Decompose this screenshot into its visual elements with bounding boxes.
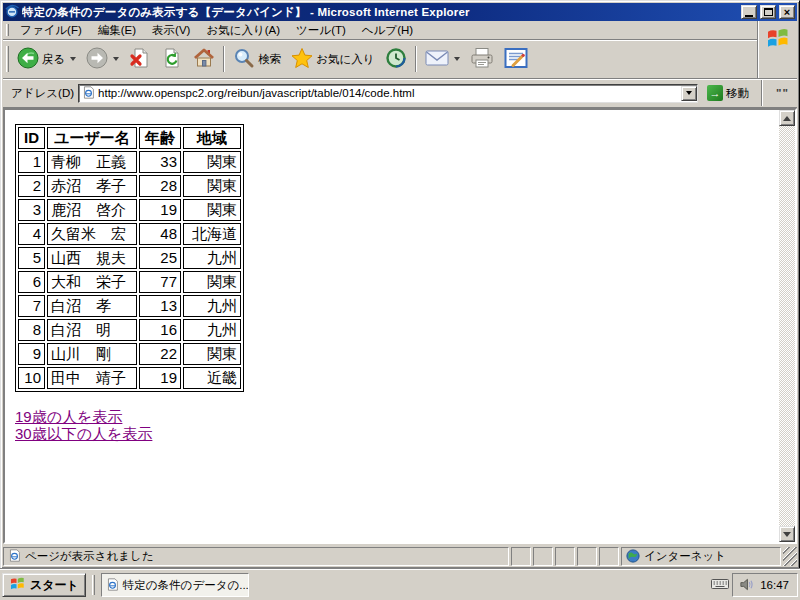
table-cell: 2 — [18, 175, 45, 197]
back-button[interactable]: 戻る — [12, 43, 81, 75]
address-field — [78, 84, 698, 103]
table-header-cell: 地域 — [183, 127, 241, 149]
menu-item-tools[interactable]: ツール(T) — [288, 21, 354, 40]
data-table: IDユーザー名年齢地域 1青柳 正義33関東2赤沼 孝子28関東3鹿沼 啓介19… — [15, 124, 244, 392]
windows-flag-icon — [765, 25, 791, 53]
table-cell: 7 — [18, 295, 45, 317]
menu-item-help[interactable]: ヘルプ(H) — [354, 21, 421, 40]
close-button[interactable]: × — [779, 5, 795, 19]
table-cell: 関東 — [183, 343, 241, 365]
speaker-icon[interactable] — [739, 577, 754, 594]
taskbar-clock: 16:47 — [760, 579, 789, 591]
vertical-scrollbar[interactable] — [779, 110, 795, 542]
table-row: 8白沼 明16九州 — [18, 319, 241, 341]
back-dropdown-icon — [70, 57, 76, 61]
status-page-icon — [8, 549, 21, 564]
table-row: 9山川 剛22関東 — [18, 343, 241, 365]
minimize-button[interactable] — [741, 5, 757, 19]
table-cell: 4 — [18, 223, 45, 245]
search-button[interactable]: 検索 — [228, 43, 286, 75]
filter-links: 19歳の人を表示30歳以下の人を表示 — [15, 408, 779, 442]
link-show-age-19[interactable]: 19歳の人を表示 — [15, 408, 122, 425]
table-cell: 9 — [18, 343, 45, 365]
taskbar-gripper[interactable] — [92, 575, 95, 595]
edit-button[interactable] — [499, 43, 533, 75]
forward-icon — [86, 47, 108, 71]
ime-keyboard-icon[interactable] — [711, 577, 729, 593]
ie-window: 特定の条件のデータのみ表示する【データバインド】 - Microsoft Int… — [0, 0, 800, 569]
refresh-button[interactable] — [156, 43, 188, 75]
refresh-icon — [161, 47, 183, 71]
table-header-cell: ID — [18, 127, 45, 149]
menubar-gripper[interactable] — [6, 24, 9, 37]
link-show-age-under-30[interactable]: 30歳以下の人を表示 — [15, 425, 152, 442]
status-mini-pane-1 — [511, 547, 531, 566]
table-header-cell: 年齢 — [139, 127, 181, 149]
address-input[interactable] — [98, 86, 678, 101]
back-label: 戻る — [42, 52, 65, 67]
table-header-cell: ユーザー名 — [47, 127, 137, 149]
table-header-row: IDユーザー名年齢地域 — [18, 127, 241, 149]
menubar: ファイル(F)編集(E)表示(V)お気に入り(A)ツール(T)ヘルプ(H) — [3, 21, 757, 40]
mail-button[interactable] — [420, 43, 465, 75]
zone-label: インターネット — [644, 549, 726, 564]
resize-grip[interactable] — [783, 547, 797, 566]
menu-item-view[interactable]: 表示(V) — [144, 21, 198, 40]
home-button[interactable] — [188, 43, 220, 75]
maximize-button[interactable] — [760, 5, 776, 19]
menu-item-edit[interactable]: 編集(E) — [90, 21, 144, 40]
forward-button[interactable] — [81, 43, 124, 75]
table-cell: 九州 — [183, 247, 241, 269]
table-cell: 近畿 — [183, 367, 241, 389]
status-mini-pane-3 — [555, 547, 575, 566]
page-content: IDユーザー名年齢地域 1青柳 正義33関東2赤沼 孝子28関東3鹿沼 啓介19… — [5, 110, 779, 542]
table-cell: 19 — [139, 199, 181, 221]
scroll-up-button[interactable] — [779, 110, 795, 126]
favorites-button[interactable]: お気に入り — [286, 43, 379, 75]
table-cell: 関東 — [183, 199, 241, 221]
table-cell: 九州 — [183, 295, 241, 317]
throbber — [757, 21, 797, 78]
table-cell: 久留米 宏 — [47, 223, 137, 245]
address-label: アドレス(D) — [5, 86, 74, 101]
links-chevron[interactable]: "" — [770, 87, 795, 99]
print-icon — [470, 47, 494, 71]
history-clock-icon — [385, 47, 407, 71]
table-cell: 田中 靖子 — [47, 367, 137, 389]
table-cell: 16 — [139, 319, 181, 341]
table-cell: 赤沼 孝子 — [47, 175, 137, 197]
status-text: ページが表示されました — [25, 549, 154, 564]
print-button[interactable] — [465, 43, 499, 75]
table-cell: 九州 — [183, 319, 241, 341]
favorites-label: お気に入り — [316, 52, 374, 67]
scroll-down-button[interactable] — [779, 526, 795, 542]
table-cell: 5 — [18, 247, 45, 269]
go-button[interactable]: → 移動 — [702, 83, 754, 103]
status-mini-pane-2 — [533, 547, 553, 566]
back-icon — [17, 47, 39, 71]
chrome-rows: ファイル(F)編集(E)表示(V)お気に入り(A)ツール(T)ヘルプ(H) 戻る — [3, 21, 797, 79]
favorites-star-icon — [291, 47, 313, 71]
statusbar: ページが表示されました インターネット — [3, 544, 797, 566]
stop-button[interactable] — [124, 43, 156, 75]
start-button[interactable]: スタート — [2, 573, 86, 597]
status-pane: ページが表示されました — [3, 547, 509, 566]
menu-item-favorites[interactable]: お気に入り(A) — [198, 21, 288, 40]
globe-icon — [626, 549, 640, 565]
address-dropdown-button[interactable] — [681, 86, 697, 101]
table-cell: 77 — [139, 271, 181, 293]
menu-item-file[interactable]: ファイル(F) — [12, 21, 90, 40]
zone-pane: インターネット — [621, 547, 781, 566]
history-button[interactable] — [380, 43, 412, 75]
task-button-label: 特定の条件のデータの... — [123, 578, 249, 593]
table-cell: 22 — [139, 343, 181, 365]
window-title: 特定の条件のデータのみ表示する【データバインド】 - Microsoft Int… — [22, 5, 738, 20]
table-cell: 33 — [139, 151, 181, 173]
browser-viewport: IDユーザー名年齢地域 1青柳 正義33関東2赤沼 孝子28関東3鹿沼 啓介19… — [3, 108, 797, 544]
mail-dropdown-icon — [454, 57, 460, 61]
status-mini-pane-5 — [599, 547, 619, 566]
status-mini-pane-4 — [577, 547, 597, 566]
toolbar-gripper[interactable] — [6, 46, 9, 73]
table-cell: 10 — [18, 367, 45, 389]
task-button-ie[interactable]: 特定の条件のデータの... — [101, 573, 249, 597]
